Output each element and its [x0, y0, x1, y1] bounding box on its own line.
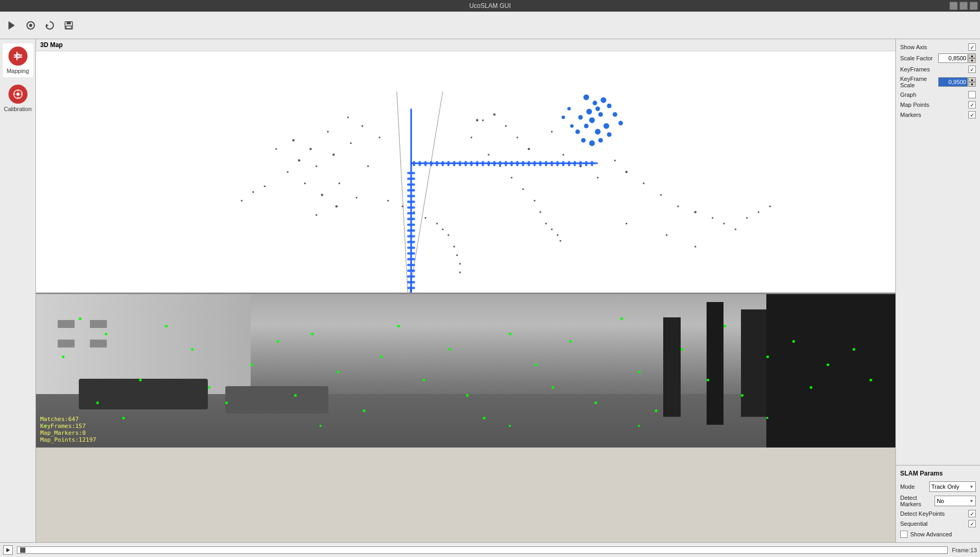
- save-icon: [63, 20, 74, 31]
- svg-point-38: [335, 205, 337, 207]
- show-axis-checkbox[interactable]: ✓: [968, 43, 976, 51]
- show-advanced-label: Show Advanced: [910, 531, 952, 537]
- svg-point-147: [583, 94, 589, 100]
- svg-rect-129: [493, 161, 496, 166]
- play-toolbar-button[interactable]: [3, 17, 20, 34]
- refresh-icon: [44, 20, 55, 31]
- detect-keypoints-label: Detect KeyPoints: [900, 510, 945, 517]
- map-points-value: ✓: [968, 101, 976, 108]
- sidebar-item-calibration[interactable]: Calibration: [3, 81, 33, 115]
- svg-rect-131: [505, 161, 507, 166]
- svg-point-31: [321, 194, 323, 196]
- stat-matches: Matches:647: [40, 416, 96, 423]
- scale-factor-up[interactable]: ▲: [968, 53, 976, 58]
- svg-point-25: [309, 148, 312, 150]
- mode-dropdown[interactable]: Track Only ▼: [929, 481, 976, 492]
- keyframes-row: KeyFrames ✓: [900, 66, 976, 73]
- svg-marker-0: [8, 21, 15, 30]
- trees-dark: [766, 294, 895, 448]
- svg-rect-145: [585, 161, 587, 166]
- svg-rect-116: [418, 161, 420, 166]
- maximize-button[interactable]: [959, 2, 968, 10]
- play-button[interactable]: [3, 545, 13, 555]
- svg-point-73: [471, 136, 472, 138]
- map-points-row: Map Points ✓: [900, 101, 976, 108]
- show-advanced-checkbox[interactable]: [900, 531, 908, 538]
- svg-rect-8: [14, 57, 22, 58]
- minimize-button[interactable]: [949, 2, 958, 10]
- svg-point-50: [459, 263, 461, 264]
- mapping-label: Mapping: [6, 68, 29, 74]
- calibration-label: Calibration: [4, 106, 32, 112]
- show-axis-value: ✓: [968, 43, 976, 51]
- tree-1: [741, 309, 767, 417]
- svg-point-158: [595, 129, 601, 135]
- svg-point-157: [575, 130, 580, 134]
- svg-rect-135: [528, 161, 530, 166]
- scale-factor-down[interactable]: ▼: [968, 58, 976, 63]
- svg-point-58: [562, 154, 564, 156]
- graph-checkbox[interactable]: [968, 91, 976, 98]
- progress-thumb[interactable]: [20, 547, 25, 553]
- svg-point-155: [603, 123, 609, 129]
- detect-keypoints-row: Detect KeyPoints ✓: [900, 510, 976, 517]
- detect-markers-dropdown[interactable]: No ▼: [935, 496, 976, 506]
- map-points-checkbox[interactable]: ✓: [968, 101, 976, 108]
- svg-marker-3: [46, 24, 49, 27]
- detect-keypoints-checkbox[interactable]: ✓: [968, 510, 976, 517]
- svg-rect-102: [407, 241, 415, 243]
- sequential-checkbox[interactable]: ✓: [968, 520, 976, 527]
- markers-value: ✓: [968, 111, 976, 118]
- app-title: UcoSLAM GUI: [469, 2, 511, 10]
- svg-point-42: [401, 206, 403, 207]
- svg-rect-114: [407, 172, 415, 174]
- progress-bar[interactable]: [17, 546, 948, 554]
- svg-rect-120: [442, 161, 444, 166]
- svg-rect-138: [545, 161, 547, 166]
- svg-rect-5: [67, 22, 71, 24]
- svg-rect-94: [407, 287, 415, 289]
- svg-point-44: [425, 217, 426, 218]
- svg-rect-113: [407, 178, 415, 180]
- tree-2: [707, 302, 724, 425]
- sidebar-item-mapping[interactable]: Mapping: [3, 43, 33, 77]
- save-toolbar-button[interactable]: [60, 17, 77, 34]
- sequential-value: ✓: [968, 520, 976, 527]
- keyframe-scale-down[interactable]: ▼: [968, 82, 976, 87]
- svg-point-26: [327, 131, 328, 132]
- svg-rect-118: [430, 161, 432, 166]
- right-panel: Show Axis ✓ Scale Factor ▲ ▼: [895, 39, 980, 542]
- bottom-bar: Frame:13: [0, 542, 980, 557]
- svg-point-88: [626, 223, 627, 224]
- scale-factor-row: Scale Factor ▲ ▼: [900, 53, 976, 63]
- svg-point-62: [625, 171, 627, 173]
- map-container[interactable]: [36, 51, 895, 293]
- svg-point-54: [482, 120, 483, 121]
- detect-markers-arrow: ▼: [969, 499, 974, 504]
- titlebar: UcoSLAM GUI: [0, 0, 980, 12]
- show-axis-label: Show Axis: [900, 44, 968, 50]
- svg-rect-132: [510, 161, 512, 166]
- svg-marker-169: [6, 548, 10, 552]
- svg-point-79: [534, 200, 535, 202]
- scale-factor-input[interactable]: [938, 53, 968, 63]
- scale-factor-label: Scale Factor: [900, 55, 938, 61]
- refresh-toolbar-button[interactable]: [41, 17, 58, 34]
- svg-point-82: [551, 229, 553, 230]
- parked-car-2: [225, 386, 328, 414]
- keyframe-scale-input[interactable]: [938, 77, 968, 87]
- sequential-label: Sequential: [900, 521, 928, 527]
- svg-point-56: [528, 148, 530, 150]
- mode-label: Mode: [900, 483, 915, 490]
- svg-point-156: [584, 124, 589, 129]
- close-button[interactable]: [969, 2, 978, 10]
- markers-checkbox[interactable]: ✓: [968, 111, 976, 118]
- keyframe-scale-up[interactable]: ▲: [968, 77, 976, 82]
- record-toolbar-button[interactable]: [22, 17, 39, 34]
- keyframes-checkbox[interactable]: ✓: [968, 66, 976, 73]
- stat-map-points: Map_Points:12197: [40, 436, 96, 443]
- svg-point-41: [387, 200, 389, 202]
- play-icon: [5, 547, 11, 553]
- svg-point-52: [493, 113, 496, 115]
- svg-point-46: [442, 229, 443, 230]
